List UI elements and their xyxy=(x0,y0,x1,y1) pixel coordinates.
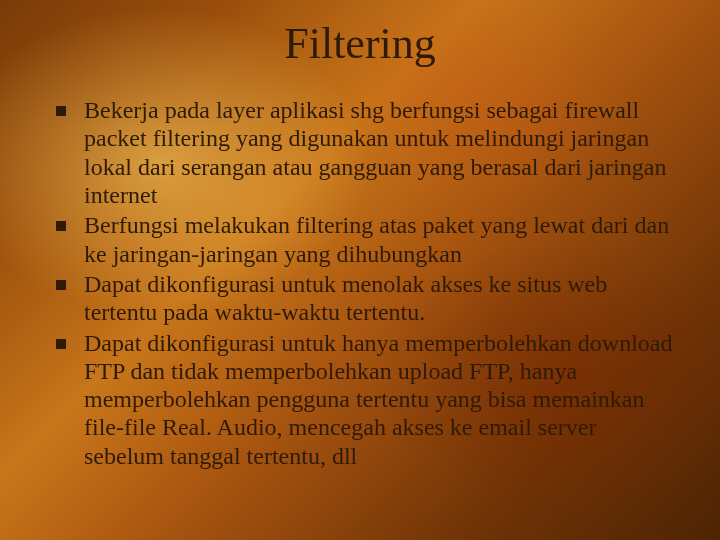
square-bullet-icon xyxy=(56,221,66,231)
bullet-text: Bekerja pada layer aplikasi shg berfungs… xyxy=(84,96,680,209)
bullet-text: Dapat dikonfigurasi untuk menolak akses … xyxy=(84,270,680,327)
list-item: Dapat dikonfigurasi untuk menolak akses … xyxy=(56,270,680,327)
slide-body: Bekerja pada layer aplikasi shg berfungs… xyxy=(56,96,680,472)
square-bullet-icon xyxy=(56,280,66,290)
list-item: Berfungsi melakukan filtering atas paket… xyxy=(56,211,680,268)
square-bullet-icon xyxy=(56,106,66,116)
bullet-text: Berfungsi melakukan filtering atas paket… xyxy=(84,211,680,268)
square-bullet-icon xyxy=(56,339,66,349)
list-item: Dapat dikonfigurasi untuk hanya memperbo… xyxy=(56,329,680,471)
slide-title: Filtering xyxy=(0,18,720,69)
slide: Filtering Bekerja pada layer aplikasi sh… xyxy=(0,0,720,540)
list-item: Bekerja pada layer aplikasi shg berfungs… xyxy=(56,96,680,209)
bullet-text: Dapat dikonfigurasi untuk hanya memperbo… xyxy=(84,329,680,471)
